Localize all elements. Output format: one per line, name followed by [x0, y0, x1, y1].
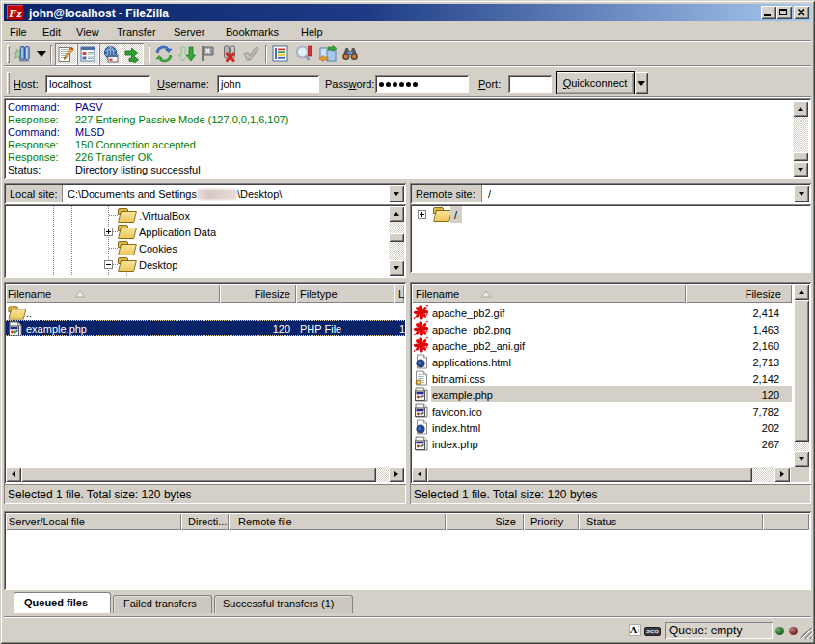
svg-text:A: A	[630, 625, 638, 635]
svg-text:Fz: Fz	[8, 6, 23, 20]
